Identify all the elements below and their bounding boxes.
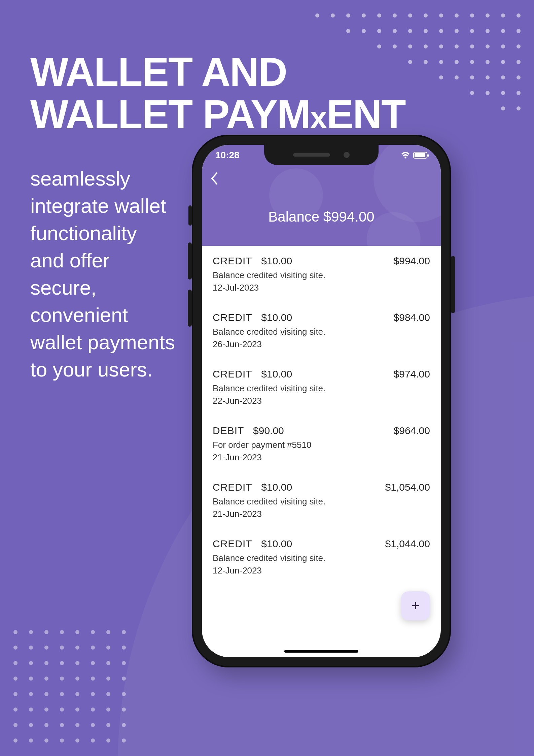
volume-down-button	[188, 290, 192, 327]
status-right	[401, 152, 427, 159]
tx-balance: $964.00	[394, 425, 430, 436]
tx-type: CREDIT	[213, 255, 252, 266]
tx-amount: $90.00	[247, 425, 284, 436]
battery-icon	[413, 152, 427, 159]
status-bar: 10:28	[202, 145, 441, 166]
dot-grid-bottom	[13, 630, 126, 743]
tx-amount: $10.00	[256, 368, 292, 380]
tx-type: CREDIT	[213, 312, 252, 323]
transaction-row[interactable]: CREDIT $10.00$1,044.00Balance credited v…	[202, 529, 441, 585]
power-button	[451, 256, 455, 313]
chevron-left-icon	[211, 172, 218, 185]
back-button[interactable]	[211, 172, 218, 188]
subcopy: seamlesslyintegrate walletfunctionalitya…	[30, 165, 175, 383]
tx-date: 12-Jun-2023	[213, 565, 430, 576]
tx-balance: $1,044.00	[385, 538, 430, 550]
add-button[interactable]: +	[401, 591, 430, 620]
tx-type: CREDIT	[213, 482, 252, 493]
tx-description: For order payment #5510	[213, 440, 430, 450]
tx-date: 21-Jun-2023	[213, 509, 430, 519]
home-indicator[interactable]	[284, 650, 358, 653]
tx-description: Balance credited visiting site.	[213, 383, 430, 394]
phone-frame: 10:28 Balance $994.00 CREDIT $10.00$994.…	[192, 135, 451, 667]
headline-line1: WALLET AND	[30, 49, 287, 94]
volume-up-button	[188, 242, 192, 280]
tx-amount: $10.00	[256, 538, 292, 549]
tx-balance: $974.00	[394, 368, 430, 380]
tx-amount: $10.00	[256, 482, 292, 493]
tx-description: Balance credited visiting site.	[213, 496, 430, 507]
poster-page: WALLET AND WALLET PAYMxENT seamlesslyint…	[0, 0, 534, 756]
transaction-row[interactable]: CREDIT $10.00$1,054.00Balance credited v…	[202, 472, 441, 529]
headline-line2a: WALLET PAYM	[30, 92, 310, 137]
wifi-icon	[401, 152, 410, 159]
tx-amount: $10.00	[256, 312, 292, 323]
balance-label: Balance $994.00	[202, 209, 441, 225]
headline: WALLET AND WALLET PAYMxENT	[30, 51, 405, 135]
tx-description: Balance credited visiting site.	[213, 553, 430, 563]
tx-description: Balance credited visiting site.	[213, 270, 430, 281]
plus-icon: +	[412, 598, 420, 614]
tx-type: DEBIT	[213, 425, 244, 436]
tx-type: CREDIT	[213, 538, 252, 549]
status-time: 10:28	[215, 150, 240, 161]
tx-date: 12-Jul-2023	[213, 283, 430, 293]
transaction-row[interactable]: CREDIT $10.00$974.00Balance credited vis…	[202, 359, 441, 416]
phone-screen: 10:28 Balance $994.00 CREDIT $10.00$994.…	[202, 145, 441, 657]
tx-balance: $984.00	[394, 312, 430, 323]
tx-date: 21-Jun-2023	[213, 452, 430, 463]
headline-line2-x: x	[310, 100, 326, 135]
mute-switch	[188, 205, 192, 226]
tx-balance: $1,054.00	[385, 482, 430, 493]
tx-date: 26-Jun-2023	[213, 339, 430, 350]
tx-type: CREDIT	[213, 368, 252, 380]
tx-description: Balance credited visiting site.	[213, 327, 430, 337]
transaction-row[interactable]: DEBIT $90.00$964.00For order payment #55…	[202, 416, 441, 472]
tx-balance: $994.00	[394, 255, 430, 267]
wallet-header: 10:28 Balance $994.00	[202, 145, 441, 246]
headline-line2c: ENT	[327, 92, 405, 137]
transaction-row[interactable]: CREDIT $10.00$984.00Balance credited vis…	[202, 302, 441, 359]
tx-date: 22-Jun-2023	[213, 396, 430, 406]
tx-amount: $10.00	[256, 255, 292, 266]
transaction-row[interactable]: CREDIT $10.00$994.00Balance credited vis…	[202, 246, 441, 302]
